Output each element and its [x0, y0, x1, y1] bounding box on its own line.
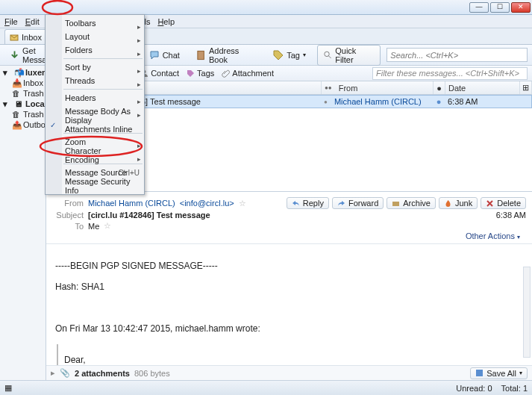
read-dot-icon[interactable]: ●	[436, 97, 442, 106]
menu-edit[interactable]: Edit	[25, 17, 40, 26]
menu-label: Display Attachments Inline	[65, 116, 134, 134]
tag-icon	[187, 69, 195, 78]
status-bar: ▦ Unread: 0 Total: 1	[0, 380, 532, 395]
chevron-down-icon: ▾	[519, 370, 522, 376]
save-all-label: Save All	[486, 369, 516, 378]
menu-headers[interactable]: Headers	[46, 91, 144, 105]
folder-outbox[interactable]: 📤 Outbox	[1, 119, 44, 130]
menu-layout[interactable]: Layout	[46, 30, 144, 43]
filter-contact[interactable]: Contact	[140, 69, 179, 78]
expand-icon[interactable]: ▸	[51, 368, 55, 378]
inbox-icon	[10, 33, 19, 42]
from-address[interactable]: <info@circl.lu>	[180, 199, 234, 208]
status-unread: Unread: 0	[456, 384, 492, 393]
menu-folders[interactable]: Folders	[46, 43, 144, 57]
preview-date: 6:38 AM	[496, 211, 526, 220]
quick-filter-button[interactable]: Quick Filter	[317, 45, 381, 66]
menu-label: Zoom	[65, 137, 86, 146]
attachment-size: 806 bytes	[134, 369, 170, 378]
archive-label: Archive	[403, 199, 431, 208]
filter-tags[interactable]: Tags	[187, 69, 214, 78]
menu-threads[interactable]: Threads	[46, 74, 144, 87]
body-line: Dear,	[64, 355, 523, 365]
forward-icon	[337, 199, 345, 208]
local-folders-row[interactable]: ▾ 🖥 Local Folders	[1, 99, 44, 109]
to-value[interactable]: Me	[88, 222, 99, 231]
quick-filter-label: Quick Filter	[335, 46, 374, 64]
magnify-icon	[324, 51, 332, 60]
inbox-label: Inbox	[23, 78, 43, 87]
other-actions-label: Other Actions	[466, 231, 515, 240]
book-icon	[196, 50, 206, 60]
svg-rect-6	[476, 370, 483, 376]
filter-attachment-label: Attachment	[232, 69, 274, 78]
trash-label: Trash	[23, 89, 44, 98]
chat-button[interactable]: Chat	[144, 48, 185, 63]
read-column[interactable]: ●	[434, 81, 445, 94]
junk-button[interactable]: Junk	[439, 197, 478, 209]
attachment-count[interactable]: 2 attachments	[75, 369, 130, 378]
filter-attachment[interactable]: Attachment	[222, 69, 274, 78]
forward-button[interactable]: Forward	[332, 197, 384, 209]
account-label: luxembourg	[25, 68, 46, 77]
other-actions-button[interactable]: Other Actions ▾	[52, 231, 526, 240]
menu-label: Threads	[65, 76, 95, 85]
address-book-button[interactable]: Address Book	[191, 48, 262, 63]
star-outline-icon[interactable]: ☆	[104, 221, 111, 231]
menu-label: Character Encoding	[65, 146, 134, 164]
activity-icon[interactable]: ▦	[4, 383, 12, 393]
delete-button[interactable]: Delete	[481, 197, 526, 209]
filter-input[interactable]: Filter these messages... <Ctrl+Shift+K>	[372, 67, 528, 80]
row-from: Michael Hamm (CIRCL)	[334, 97, 422, 106]
menu-charenc[interactable]: Character Encoding	[46, 149, 144, 162]
save-all-button[interactable]: Save All ▾	[470, 367, 528, 379]
menu-sortby[interactable]: Sort by	[46, 60, 144, 74]
search-input[interactable]: Search... <Ctrl+K>	[387, 48, 528, 62]
filter-contact-label: Contact	[151, 69, 179, 78]
tag-button[interactable]: Tag ▾	[268, 48, 311, 63]
menu-file[interactable]: File	[4, 17, 18, 26]
forward-label: Forward	[348, 199, 378, 208]
menu-label: Layout	[65, 32, 90, 41]
window-titlebar: — ☐ ✕	[0, 0, 532, 15]
from-col-label: From	[339, 84, 358, 93]
folder-inbox[interactable]: 📥 Inbox	[1, 78, 44, 88]
triangle-icon: ▾	[3, 99, 12, 108]
menu-shortcut: Ctrl+U	[118, 169, 140, 177]
reply-icon	[292, 199, 300, 208]
menu-display-inline[interactable]: Display Attachments Inline	[46, 118, 144, 131]
column-picker[interactable]: ⊞	[520, 81, 532, 94]
star-outline-icon[interactable]: ☆	[239, 199, 246, 208]
menu-help[interactable]: Help	[157, 17, 175, 26]
folder-trash[interactable]: 🗑 Trash	[1, 88, 44, 99]
body-line: On Fri Mar 13 10:42:47 2015, michael.ham…	[55, 323, 523, 334]
mailbox-icon: 📬	[14, 68, 23, 77]
from-column[interactable]: ●● From	[322, 81, 434, 94]
attachment-bar: ▸ 📎 2 attachments 806 bytes Save All ▾	[46, 365, 532, 380]
date-col-label: Date	[448, 84, 466, 93]
from-name[interactable]: Michael Hamm (CIRCL)	[88, 199, 175, 208]
chat-icon	[149, 50, 160, 60]
folder-trash-local[interactable]: 🗑 Trash	[1, 109, 44, 119]
account-row[interactable]: ▾ 📬 luxembourg	[1, 67, 44, 78]
x-icon	[486, 199, 494, 208]
reply-label: Reply	[303, 199, 324, 208]
to-label: To	[52, 222, 84, 231]
reply-button[interactable]: Reply	[287, 197, 329, 209]
chevron-down-icon: ▾	[303, 52, 306, 58]
menu-label: Folders	[65, 46, 93, 55]
close-button[interactable]: ✕	[511, 2, 531, 13]
archive-button[interactable]: Archive	[387, 197, 436, 209]
date-column[interactable]: Date	[445, 81, 520, 94]
row-date: 6:38 AM	[448, 97, 478, 106]
menu-label: Headers	[65, 93, 96, 102]
maximize-button[interactable]: ☐	[490, 2, 510, 13]
outbox-label: Outbox	[23, 120, 46, 129]
menu-toolbars[interactable]: Toolbars	[46, 16, 144, 30]
menu-security-info[interactable]: Message Security Info	[46, 179, 144, 193]
svg-rect-5	[392, 202, 399, 206]
minimize-button[interactable]: —	[469, 2, 489, 13]
vertical-scrollbar[interactable]	[523, 267, 531, 358]
address-label: Address Book	[209, 46, 257, 64]
clip-icon	[222, 69, 230, 78]
